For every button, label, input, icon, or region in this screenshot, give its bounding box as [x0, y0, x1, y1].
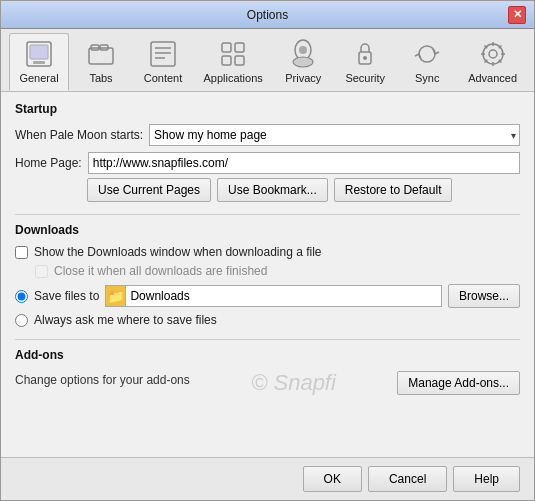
separator-1	[15, 214, 520, 215]
watermark: © Snapfi	[251, 370, 336, 396]
addons-title: Add-ons	[15, 348, 520, 362]
show-downloads-row: Show the Downloads window when downloadi…	[15, 245, 520, 259]
ok-button[interactable]: OK	[303, 466, 362, 492]
main-content: Startup When Pale Moon starts: Show my h…	[1, 92, 534, 457]
title-bar: Options ✕	[1, 1, 534, 29]
always-ask-label: Always ask me where to save files	[34, 313, 217, 327]
tab-sync-label: Sync	[415, 72, 439, 84]
startup-dropdown-wrapper: Show my home page ▾	[149, 124, 520, 146]
downloads-path-input[interactable]	[125, 285, 442, 307]
close-downloads-checkbox[interactable]	[35, 265, 48, 278]
svg-rect-12	[222, 56, 231, 65]
tab-security-label: Security	[345, 72, 385, 84]
toolbar: General Tabs Content	[1, 29, 534, 92]
downloads-section: Downloads Show the Downloads window when…	[15, 223, 520, 327]
tabs-icon	[85, 38, 117, 70]
tab-tabs-label: Tabs	[89, 72, 112, 84]
tab-advanced[interactable]: Advanced	[459, 33, 526, 91]
svg-rect-10	[222, 43, 231, 52]
startup-row: When Pale Moon starts: Show my home page…	[15, 124, 520, 146]
general-icon	[23, 38, 55, 70]
startup-buttons: Use Current Pages Use Bookmark... Restor…	[87, 178, 520, 202]
restore-to-default-button[interactable]: Restore to Default	[334, 178, 453, 202]
cancel-button[interactable]: Cancel	[368, 466, 447, 492]
when-label: When Pale Moon starts:	[15, 128, 143, 142]
homepage-row: Home Page:	[15, 152, 520, 174]
show-downloads-label: Show the Downloads window when downloadi…	[34, 245, 322, 259]
startup-title: Startup	[15, 102, 520, 116]
addons-section: Add-ons Change options for your add-ons …	[15, 348, 520, 396]
svg-rect-11	[235, 43, 244, 52]
svg-point-16	[293, 57, 313, 67]
close-downloads-row: Close it when all downloads are finished	[35, 264, 520, 278]
footer: OK Cancel Help	[1, 457, 534, 500]
homepage-label: Home Page:	[15, 156, 82, 170]
manage-addons-button[interactable]: Manage Add-ons...	[397, 371, 520, 395]
svg-point-20	[489, 50, 497, 58]
show-downloads-checkbox[interactable]	[15, 246, 28, 259]
window-title: Options	[27, 8, 508, 22]
tab-content-label: Content	[144, 72, 183, 84]
svg-point-18	[363, 56, 367, 60]
save-files-label: Save files to	[34, 289, 99, 303]
always-ask-radio[interactable]	[15, 314, 28, 327]
startup-dropdown[interactable]: Show my home page	[149, 124, 520, 146]
tab-sync[interactable]: Sync	[397, 33, 457, 91]
tab-security[interactable]: Security	[335, 33, 395, 91]
use-bookmark-button[interactable]: Use Bookmark...	[217, 178, 328, 202]
addons-row: Change options for your add-ons © Snapfi…	[15, 370, 520, 396]
svg-rect-2	[33, 61, 45, 64]
tab-privacy-label: Privacy	[285, 72, 321, 84]
help-button[interactable]: Help	[453, 466, 520, 492]
downloads-path-wrapper: 📁	[105, 285, 442, 307]
close-downloads-label: Close it when all downloads are finished	[54, 264, 267, 278]
options-window: Options ✕ General Tabs	[0, 0, 535, 501]
tab-applications[interactable]: Applications	[195, 33, 271, 91]
privacy-icon	[287, 38, 319, 70]
addons-desc: Change options for your add-ons	[15, 373, 190, 387]
svg-rect-1	[30, 45, 48, 59]
tab-tabs[interactable]: Tabs	[71, 33, 131, 91]
tab-applications-label: Applications	[203, 72, 262, 84]
content-icon	[147, 38, 179, 70]
tab-privacy[interactable]: Privacy	[273, 33, 333, 91]
tab-content[interactable]: Content	[133, 33, 193, 91]
svg-rect-13	[235, 56, 244, 65]
sync-icon	[411, 38, 443, 70]
save-files-row: Save files to 📁 Browse...	[15, 284, 520, 308]
use-current-pages-button[interactable]: Use Current Pages	[87, 178, 211, 202]
svg-point-15	[299, 46, 307, 54]
tab-advanced-label: Advanced	[468, 72, 517, 84]
advanced-icon	[477, 38, 509, 70]
tab-general[interactable]: General	[9, 33, 69, 91]
tab-general-label: General	[19, 72, 58, 84]
always-ask-row: Always ask me where to save files	[15, 313, 520, 327]
separator-2	[15, 339, 520, 340]
browse-button[interactable]: Browse...	[448, 284, 520, 308]
downloads-title: Downloads	[15, 223, 520, 237]
startup-section: Startup When Pale Moon starts: Show my h…	[15, 102, 520, 202]
applications-icon	[217, 38, 249, 70]
homepage-input[interactable]	[88, 152, 520, 174]
folder-icon: 📁	[105, 285, 125, 307]
close-button[interactable]: ✕	[508, 6, 526, 24]
security-icon	[349, 38, 381, 70]
save-files-radio[interactable]	[15, 290, 28, 303]
svg-rect-6	[151, 42, 175, 66]
